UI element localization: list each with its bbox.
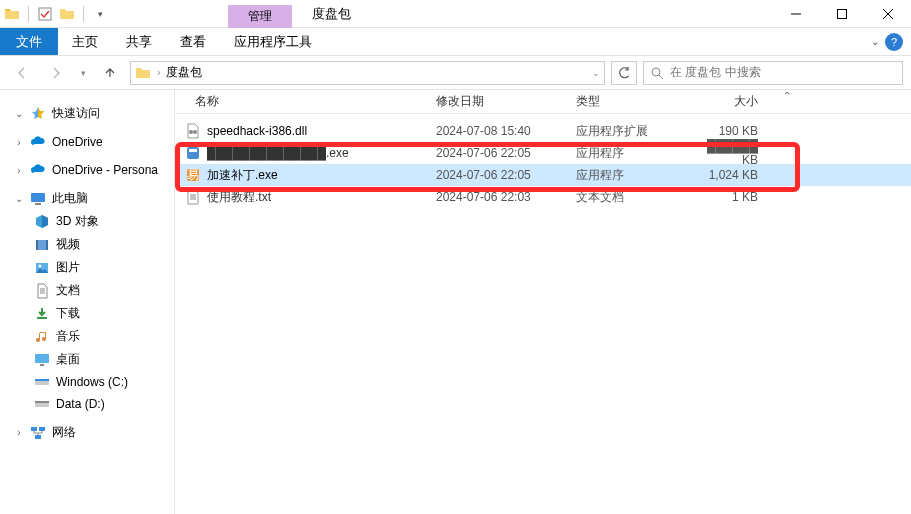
desktop-icon bbox=[34, 352, 50, 368]
breadcrumb-item[interactable]: 度盘包 bbox=[166, 64, 202, 81]
sidebar-item-drive-d[interactable]: Data (D:) bbox=[0, 393, 174, 415]
column-header-date[interactable]: 修改日期 bbox=[436, 93, 576, 110]
svg-point-20 bbox=[189, 130, 193, 134]
svg-rect-12 bbox=[40, 364, 44, 366]
svg-rect-14 bbox=[35, 379, 49, 381]
drive-icon bbox=[34, 374, 50, 390]
sidebar-item-documents[interactable]: 文档 bbox=[0, 279, 174, 302]
address-history-dropdown[interactable]: ⌄ bbox=[592, 68, 600, 78]
chevron-right-icon[interactable]: › bbox=[14, 427, 24, 438]
sidebar-item-label: 快速访问 bbox=[52, 105, 100, 122]
sidebar-item-label: 网络 bbox=[52, 424, 76, 441]
nav-bar: ▾ › 度盘包 ⌄ 在 度盘包 中搜索 bbox=[0, 56, 911, 90]
svg-rect-18 bbox=[39, 427, 45, 431]
file-date: 2024-07-06 22:05 bbox=[436, 146, 576, 160]
close-button[interactable] bbox=[865, 0, 911, 28]
qat-check-icon[interactable] bbox=[37, 6, 53, 22]
sidebar-item-label: 3D 对象 bbox=[56, 213, 99, 230]
sidebar-item-label: 此电脑 bbox=[52, 190, 88, 207]
sidebar-this-pc[interactable]: ⌄ 此电脑 bbox=[0, 187, 174, 210]
tab-file[interactable]: 文件 bbox=[0, 28, 58, 55]
sidebar-item-downloads[interactable]: 下载 bbox=[0, 302, 174, 325]
music-icon bbox=[34, 329, 50, 345]
search-input[interactable]: 在 度盘包 中搜索 bbox=[643, 61, 903, 85]
help-icon[interactable]: ? bbox=[885, 33, 903, 51]
picture-icon bbox=[34, 260, 50, 276]
svg-rect-19 bbox=[35, 435, 41, 439]
sidebar-item-label: OneDrive - Persona bbox=[52, 163, 158, 177]
address-bar[interactable]: › 度盘包 ⌄ bbox=[130, 61, 605, 85]
search-placeholder: 在 度盘包 中搜索 bbox=[670, 64, 761, 81]
file-type: 应用程序 bbox=[576, 167, 688, 184]
chevron-right-icon[interactable]: › bbox=[14, 137, 24, 148]
file-type: 应用程序扩展 bbox=[576, 123, 688, 140]
file-size: 190 KB bbox=[688, 124, 768, 138]
svg-rect-1 bbox=[838, 9, 847, 18]
tab-share[interactable]: 共享 bbox=[112, 28, 166, 55]
sidebar-item-drive-c[interactable]: Windows (C:) bbox=[0, 371, 174, 393]
sidebar-item-desktop[interactable]: 桌面 bbox=[0, 348, 174, 371]
column-header-type[interactable]: 类型 bbox=[576, 93, 688, 110]
file-date: 2024-07-06 22:03 bbox=[436, 190, 576, 204]
svg-rect-4 bbox=[35, 203, 41, 205]
sidebar-item-videos[interactable]: 视频 bbox=[0, 233, 174, 256]
column-headers: 名称 修改日期 类型 大小 ⌃ bbox=[175, 90, 911, 114]
file-size: 1,024 KB bbox=[688, 168, 768, 182]
sort-indicator-icon: ⌃ bbox=[783, 90, 791, 101]
file-row[interactable]: 易加速补丁.exe2024-07-06 22:05应用程序1,024 KB bbox=[175, 164, 911, 186]
qat-dropdown-icon[interactable]: ▾ bbox=[92, 6, 108, 22]
maximize-button[interactable] bbox=[819, 0, 865, 28]
refresh-button[interactable] bbox=[611, 61, 637, 85]
sidebar-item-3d-objects[interactable]: 3D 对象 bbox=[0, 210, 174, 233]
sidebar-onedrive[interactable]: › OneDrive bbox=[0, 131, 174, 153]
sidebar-item-label: 音乐 bbox=[56, 328, 80, 345]
tab-home[interactable]: 主页 bbox=[58, 28, 112, 55]
search-icon bbox=[650, 66, 664, 80]
nav-back-button[interactable] bbox=[8, 61, 36, 85]
qat-app-icon[interactable] bbox=[59, 6, 75, 22]
tab-view[interactable]: 查看 bbox=[166, 28, 220, 55]
sidebar-quick-access[interactable]: ⌄ 快速访问 bbox=[0, 102, 174, 125]
sidebar-item-label: OneDrive bbox=[52, 135, 103, 149]
sidebar-onedrive-personal[interactable]: › OneDrive - Persona bbox=[0, 159, 174, 181]
sidebar-item-music[interactable]: 音乐 bbox=[0, 325, 174, 348]
chevron-right-icon[interactable]: › bbox=[14, 165, 24, 176]
minimize-button[interactable] bbox=[773, 0, 819, 28]
file-row[interactable]: speedhack-i386.dll2024-07-08 15:40应用程序扩展… bbox=[175, 120, 911, 142]
svg-rect-22 bbox=[187, 147, 199, 159]
nav-recent-dropdown[interactable]: ▾ bbox=[76, 61, 90, 85]
file-row[interactable]: ██████████████.exe2024-07-06 22:05应用程序██… bbox=[175, 142, 911, 164]
download-icon bbox=[34, 306, 50, 322]
cloud-icon bbox=[30, 162, 46, 178]
file-name: 加速补丁.exe bbox=[207, 167, 278, 184]
title-bar: ▾ 管理 度盘包 bbox=[0, 0, 911, 28]
column-header-name[interactable]: 名称 bbox=[181, 93, 436, 110]
file-type-icon bbox=[185, 145, 201, 161]
ribbon-tabs: 文件 主页 共享 查看 应用程序工具 ⌄ ? bbox=[0, 28, 911, 56]
svg-rect-11 bbox=[35, 354, 49, 363]
folder-icon bbox=[4, 6, 20, 22]
breadcrumb-chevron-icon[interactable]: › bbox=[157, 67, 160, 78]
address-folder-icon bbox=[135, 65, 151, 81]
file-row[interactable]: 使用教程.txt2024-07-06 22:03文本文档1 KB bbox=[175, 186, 911, 208]
nav-up-button[interactable] bbox=[96, 61, 124, 85]
file-size: 1 KB bbox=[688, 190, 768, 204]
cube-icon bbox=[34, 214, 50, 230]
sidebar-network[interactable]: › 网络 bbox=[0, 421, 174, 444]
document-icon bbox=[34, 283, 50, 299]
ribbon-expand-icon[interactable]: ⌄ bbox=[871, 36, 879, 47]
tab-app-tools[interactable]: 应用程序工具 bbox=[220, 28, 326, 55]
column-header-size[interactable]: 大小 bbox=[688, 93, 768, 110]
nav-forward-button[interactable] bbox=[42, 61, 70, 85]
sidebar-item-pictures[interactable]: 图片 bbox=[0, 256, 174, 279]
chevron-down-icon[interactable]: ⌄ bbox=[14, 193, 24, 204]
chevron-down-icon[interactable]: ⌄ bbox=[14, 108, 24, 119]
file-type: 应用程序 bbox=[576, 145, 688, 162]
file-name: ██████████████.exe bbox=[207, 146, 349, 160]
file-name: speedhack-i386.dll bbox=[207, 124, 307, 138]
svg-rect-6 bbox=[36, 240, 38, 250]
svg-rect-23 bbox=[189, 149, 197, 152]
file-list-pane: 名称 修改日期 类型 大小 ⌃ speedhack-i386.dll2024-0… bbox=[175, 90, 911, 514]
svg-rect-10 bbox=[37, 317, 47, 319]
nav-sidebar: ⌄ 快速访问 › OneDrive › OneDr bbox=[0, 90, 175, 514]
